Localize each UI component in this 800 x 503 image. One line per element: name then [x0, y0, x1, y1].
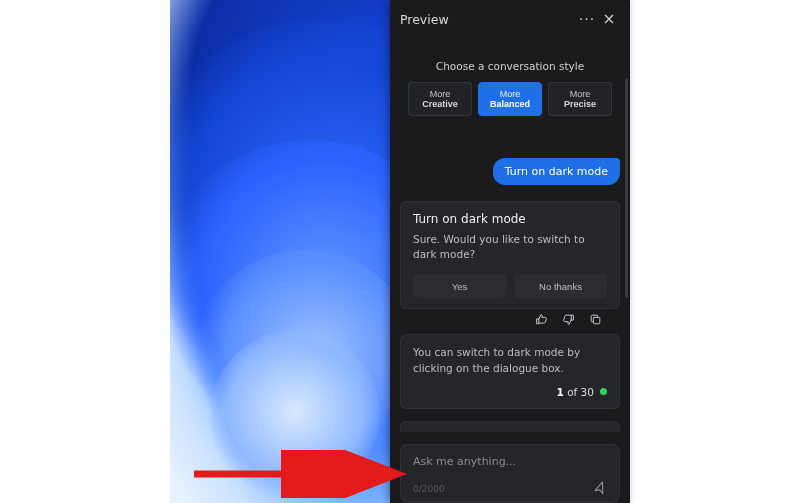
user-message-text: Turn on dark mode: [505, 165, 608, 178]
style-option-top: More: [570, 89, 591, 99]
char-counter: 0/2000: [413, 484, 445, 494]
panel-title: Preview: [400, 12, 449, 27]
style-option-balanced[interactable]: More Balanced: [478, 82, 542, 116]
status-dot-icon: [600, 388, 607, 395]
chat-input[interactable]: Ask me anything... 0/2000: [400, 444, 620, 503]
style-option-top: More: [500, 89, 521, 99]
turn-counter-text: 1 of 30: [557, 386, 594, 398]
style-option-bottom: Balanced: [490, 99, 530, 109]
desktop-wallpaper: [170, 0, 390, 503]
chat-input-placeholder: Ask me anything...: [413, 455, 607, 468]
user-message-bubble: Turn on dark mode: [493, 158, 620, 185]
assistant-card-body: You can switch to dark mode by clicking …: [413, 345, 607, 375]
style-option-top: More: [430, 89, 451, 99]
page-margin-left: [0, 0, 170, 503]
user-message-row: Turn on dark mode: [400, 158, 620, 185]
panel-header: Preview ···: [390, 0, 630, 38]
assistant-card-prompt: Turn on dark mode Sure. Would you like t…: [400, 201, 620, 309]
copilot-sidebar-panel: Preview ··· Choose a conversation style: [390, 0, 630, 503]
scrollbar-thumb[interactable]: [625, 78, 628, 298]
close-icon: [604, 14, 614, 24]
page-margin-right: [630, 0, 800, 503]
style-option-precise[interactable]: More Precise: [548, 82, 612, 116]
more-options-button[interactable]: ···: [576, 8, 598, 30]
panel-body: Choose a conversation style More Creativ…: [390, 38, 630, 432]
viewport: Preview ··· Choose a conversation style: [0, 0, 800, 503]
style-option-bottom: Precise: [564, 99, 596, 109]
style-picker-title: Choose a conversation style: [400, 60, 620, 72]
thumbs-up-icon[interactable]: [535, 313, 548, 326]
thumbs-down-icon[interactable]: [562, 313, 575, 326]
style-picker: Choose a conversation style More Creativ…: [400, 60, 620, 116]
send-icon[interactable]: [593, 482, 607, 496]
style-option-bottom: Creative: [422, 99, 458, 109]
wallpaper-swirl: [210, 330, 380, 500]
copy-icon[interactable]: [589, 313, 602, 326]
feedback-row: [400, 309, 620, 328]
option-no-button[interactable]: No thanks: [514, 274, 607, 298]
assistant-card-body: Sure. Would you like to switch to dark m…: [413, 232, 607, 262]
style-option-creative[interactable]: More Creative: [408, 82, 472, 116]
ellipsis-icon: ···: [579, 11, 595, 27]
close-button[interactable]: [598, 8, 620, 30]
assistant-card-info: You can switch to dark mode by clicking …: [400, 334, 620, 408]
assistant-card-status: Turn on dark mode Dark mode is on. You c…: [400, 421, 620, 432]
turn-counter: 1 of 30: [413, 386, 607, 398]
assistant-card-title: Turn on dark mode: [413, 212, 607, 226]
option-yes-button[interactable]: Yes: [413, 274, 506, 298]
svg-rect-0: [593, 318, 600, 325]
